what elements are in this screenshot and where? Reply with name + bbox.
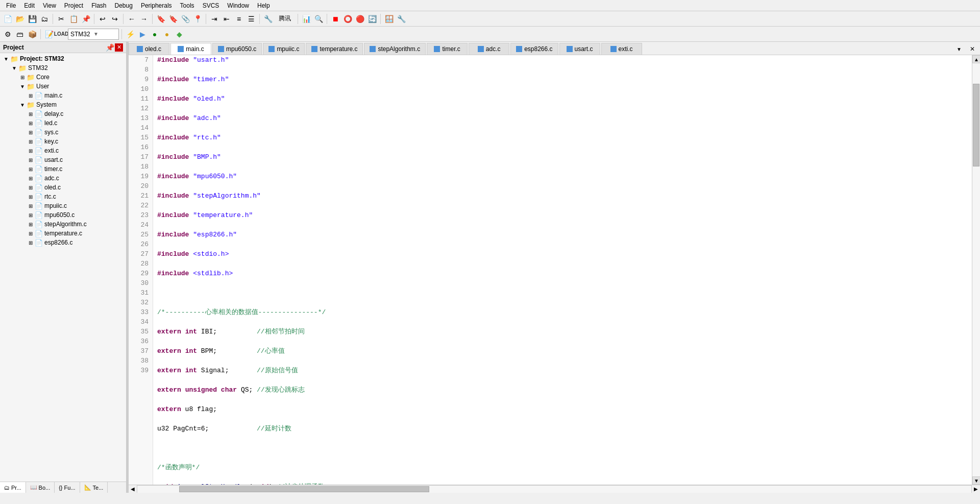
- led-expand[interactable]: ⊞: [27, 119, 35, 127]
- tab-overflow-btn[interactable]: ▼: [953, 43, 965, 55]
- tree-temperature-c[interactable]: ⊞ 📄 temperature.c: [0, 229, 126, 238]
- tree-stm32[interactable]: ▼ 📁 STM32: [0, 63, 126, 73]
- tb2-cmd3[interactable]: ●: [149, 29, 160, 40]
- save-all-btn[interactable]: 🗂: [39, 13, 50, 25]
- tab-stepAlgorithm-c[interactable]: stepAlgorithm.c: [364, 43, 426, 55]
- settings-btn[interactable]: 🔧: [396, 13, 407, 25]
- menu-tools[interactable]: Tools: [176, 1, 199, 10]
- delay-expand[interactable]: ⊞: [27, 110, 35, 118]
- menu-help[interactable]: Help: [253, 1, 274, 10]
- cut-btn[interactable]: ✂: [56, 13, 67, 25]
- tab-close-all-btn[interactable]: ✕: [967, 43, 978, 55]
- bottom-tab-template[interactable]: 📐 Te...: [80, 482, 108, 493]
- nav-fwd-btn[interactable]: →: [138, 13, 150, 25]
- tree-core[interactable]: ⊞ 📁 Core: [0, 73, 126, 82]
- bottom-tab-project[interactable]: 🗂 Pr...: [0, 482, 26, 493]
- tb2-btn3[interactable]: 📦: [27, 29, 38, 40]
- tab-adc-c[interactable]: adc.c: [469, 43, 509, 55]
- tab-timer-c[interactable]: timer.c: [427, 43, 468, 55]
- menu-file[interactable]: File: [2, 1, 20, 10]
- menu-edit[interactable]: Edit: [20, 1, 39, 10]
- tree-exti-c[interactable]: ⊞ 📄 exti.c: [0, 146, 126, 155]
- tool2-btn[interactable]: 🔍: [313, 13, 324, 25]
- tb2-btn1[interactable]: ⚙: [2, 29, 13, 40]
- scroll-thumb[interactable]: [973, 84, 979, 166]
- copy-btn[interactable]: 📋: [68, 13, 79, 25]
- tree-oled-c[interactable]: ⊞ 📄 oled.c: [0, 183, 126, 192]
- tree-main-c[interactable]: ⊞ 📄 main.c: [0, 91, 126, 100]
- code-editor[interactable]: 7 8 9 10 11 12 13 14 15 16 17 18 19 20 2…: [129, 55, 972, 485]
- tree-mpu6050-c[interactable]: ⊞ 📄 mpu6050.c: [0, 210, 126, 220]
- tree-timer-c[interactable]: ⊞ 📄 timer.c: [0, 164, 126, 174]
- window-btn[interactable]: 🪟: [383, 13, 395, 25]
- target-dropdown[interactable]: STM32 ▼: [68, 29, 119, 40]
- tab-main-c[interactable]: main.c: [170, 43, 211, 55]
- scroll-track[interactable]: [972, 63, 980, 476]
- tree-led-c[interactable]: ⊞ 📄 led.c: [0, 118, 126, 128]
- tb2-cmd5[interactable]: ◆: [174, 29, 185, 40]
- save-btn[interactable]: 💾: [27, 13, 38, 25]
- tree-adc-c[interactable]: ⊞ 📄 adc.c: [0, 174, 126, 183]
- temp-expand[interactable]: ⊞: [27, 229, 35, 237]
- menu-view[interactable]: View: [39, 1, 60, 10]
- open-file-btn[interactable]: 📂: [14, 13, 26, 25]
- bottom-tab-book[interactable]: 📖 Bo...: [26, 482, 55, 493]
- bookmark2-btn[interactable]: 🔖: [167, 13, 179, 25]
- load-btn[interactable]: LOAD: [56, 29, 67, 40]
- system-expand-icon[interactable]: ▼: [18, 101, 27, 109]
- undo-btn[interactable]: ↩: [97, 13, 108, 25]
- tree-sys-c[interactable]: ⊞ 📄 sys.c: [0, 128, 126, 137]
- tree-system[interactable]: ▼ 📁 System: [0, 100, 126, 109]
- tb2-btn4[interactable]: 📝: [43, 29, 55, 40]
- hscroll-right-btn[interactable]: ▶: [972, 485, 980, 493]
- code-content[interactable]: #include "usart.h" #include "timer.h" #i…: [153, 55, 972, 485]
- step-expand[interactable]: ⊞: [27, 220, 35, 228]
- usart-expand[interactable]: ⊞: [27, 156, 35, 164]
- tree-usart-c[interactable]: ⊞ 📄 usart.c: [0, 155, 126, 164]
- scroll-up-btn[interactable]: ▲: [972, 55, 980, 63]
- core-expand-icon[interactable]: ⊞: [18, 73, 27, 81]
- tab-oled-c[interactable]: oled.c: [129, 43, 169, 55]
- bookmark-btn[interactable]: 🔖: [155, 13, 166, 25]
- tab-exti-c[interactable]: exti.c: [601, 43, 642, 55]
- menu-flash[interactable]: Flash: [87, 1, 110, 10]
- debug-btn[interactable]: 🔴: [354, 13, 365, 25]
- bottom-tab-function[interactable]: {} Fu...: [55, 482, 80, 493]
- bookmark3-btn[interactable]: 📎: [180, 13, 191, 25]
- stm32-expand-icon[interactable]: ▼: [10, 64, 18, 72]
- tree-rtc-c[interactable]: ⊞ 📄 rtc.c: [0, 192, 126, 201]
- scroll-down-btn[interactable]: ▼: [972, 476, 980, 485]
- nav-back-btn[interactable]: ←: [126, 13, 137, 25]
- menu-svcs[interactable]: SVCS: [199, 1, 224, 10]
- build-btn[interactable]: 🔧: [262, 13, 274, 25]
- format2-btn[interactable]: ☰: [246, 13, 257, 25]
- indent-btn[interactable]: ⇥: [209, 13, 220, 25]
- tree-user[interactable]: ▼ 📁 User: [0, 82, 126, 91]
- tab-mpu6050-c[interactable]: mpu6050.c: [212, 43, 262, 55]
- outdent-btn[interactable]: ⇤: [221, 13, 232, 25]
- tree-esp8266-c[interactable]: ⊞ 📄 esp8266.c: [0, 238, 126, 247]
- menu-debug[interactable]: Debug: [111, 1, 137, 10]
- exti-expand[interactable]: ⊞: [27, 147, 35, 155]
- run-btn[interactable]: ⭕: [342, 13, 353, 25]
- esp-expand[interactable]: ⊞: [27, 238, 35, 247]
- format-btn[interactable]: ≡: [233, 13, 244, 25]
- stop-btn[interactable]: ⏹: [330, 13, 341, 25]
- user-expand-icon[interactable]: ▼: [18, 82, 27, 90]
- tool1-btn[interactable]: 📊: [301, 13, 312, 25]
- tb2-cmd2[interactable]: ▶: [137, 29, 148, 40]
- hscroll-thumb[interactable]: [179, 486, 429, 492]
- timer-expand[interactable]: ⊞: [27, 165, 35, 173]
- oled-expand[interactable]: ⊞: [27, 183, 35, 191]
- mpuiic-expand[interactable]: ⊞: [27, 202, 35, 210]
- bookmark4-btn[interactable]: 📍: [192, 13, 203, 25]
- project-pin-btn[interactable]: 📌: [106, 43, 114, 52]
- tree-delay-c[interactable]: ⊞ 📄 delay.c: [0, 109, 126, 118]
- tree-key-c[interactable]: ⊞ 📄 key.c: [0, 137, 126, 146]
- project-close-btn[interactable]: ✕: [115, 43, 123, 52]
- tab-esp8266-c[interactable]: esp8266.c: [510, 43, 558, 55]
- tree-root[interactable]: ▼ 📁 Project: STM32: [0, 54, 126, 63]
- rtc-expand[interactable]: ⊞: [27, 193, 35, 201]
- menu-peripherals[interactable]: Peripherals: [137, 1, 176, 10]
- sys-expand[interactable]: ⊞: [27, 128, 35, 136]
